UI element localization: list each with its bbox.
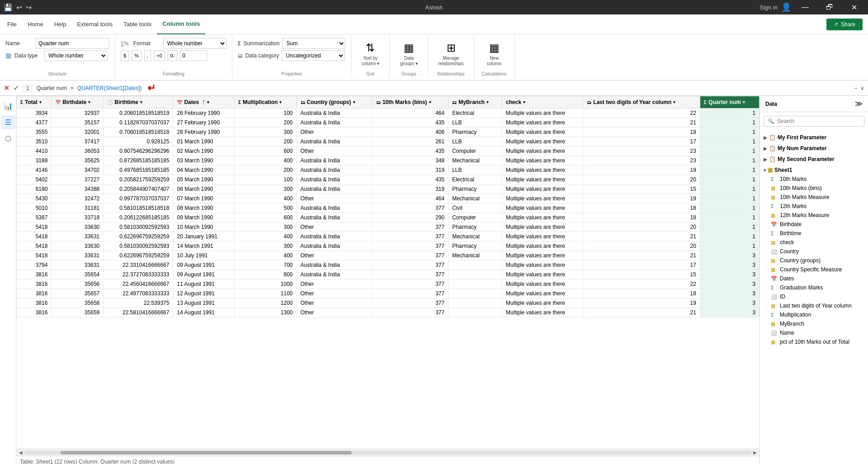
- scroll-right-arrow[interactable]: ▶: [751, 450, 759, 455]
- menu-table-tools[interactable]: Table tools: [118, 14, 157, 34]
- manage-relationships-btn[interactable]: ⊞ Managerelationships: [434, 38, 468, 70]
- field-item[interactable]: ⬜Name: [760, 328, 868, 337]
- table-cell: 0.581030092592593: [104, 223, 173, 232]
- table-view-icon[interactable]: ☰: [1, 115, 15, 129]
- decimal-up-btn[interactable]: +0: [154, 50, 165, 61]
- lastdigits-dropdown[interactable]: ▾: [673, 100, 675, 104]
- minimize-btn[interactable]: —: [795, 0, 816, 14]
- name-input[interactable]: [35, 38, 109, 49]
- formula-collapse-btn[interactable]: − ∨: [854, 85, 864, 91]
- mybranch-dropdown[interactable]: ▾: [486, 100, 489, 104]
- field-item[interactable]: ▦pct of 10th Marks out of Total: [760, 337, 868, 346]
- col-country-groups[interactable]: 🗂 Country (groups) ▾: [297, 96, 372, 109]
- col-10th-bins[interactable]: 🗂 10th Marks (bins) ▾: [372, 96, 448, 109]
- menu-file[interactable]: File: [2, 14, 22, 34]
- new-column-btn[interactable]: ▦ Newcolumn: [481, 38, 508, 70]
- data-groups-btn[interactable]: ▦ Datagroups ▾: [395, 38, 422, 70]
- field-group-header[interactable]: ▾▦Sheet1: [760, 166, 868, 175]
- sort-by-column-btn[interactable]: ⇅ Sort bycolumn ▾: [357, 38, 384, 70]
- table-cell: Mechanical: [448, 251, 502, 260]
- datacategory-select[interactable]: Uncategorized: [282, 50, 345, 61]
- save-icon[interactable]: 💾: [4, 3, 13, 12]
- table-cell: 319: [372, 185, 448, 194]
- col-birthtime[interactable]: 🕐 Birthtime ▾: [104, 96, 173, 109]
- menu-home[interactable]: Home: [22, 14, 49, 34]
- table-cell: Australia & India: [297, 204, 372, 213]
- field-item[interactable]: ⬜ID: [760, 292, 868, 301]
- col-lastdigits[interactable]: 🗂 Last two digits of Year column ▾: [583, 96, 700, 109]
- field-item[interactable]: ΣMultiplication: [760, 310, 868, 319]
- country-groups-dropdown[interactable]: ▾: [353, 100, 355, 104]
- menu-external-tools[interactable]: External tools: [71, 14, 118, 34]
- birthtime-dropdown[interactable]: ▾: [140, 100, 142, 104]
- col-multiplication[interactable]: Σ Multiplication ▾: [235, 96, 297, 109]
- summarization-select[interactable]: Sum: [282, 38, 345, 49]
- col-check[interactable]: check ▾: [502, 96, 583, 109]
- formula-expression[interactable]: QUARTER(Sheet1[Dates]): [77, 85, 142, 91]
- col-total[interactable]: Σ Total ▾: [17, 96, 52, 109]
- field-item[interactable]: ▦10th Marks Measure: [760, 193, 868, 202]
- field-item[interactable]: Σ12th Marks: [760, 202, 868, 211]
- percent-btn[interactable]: %: [132, 50, 142, 61]
- field-group-expand-icon: ▶: [764, 146, 767, 151]
- col-dates[interactable]: 📅 Dates ↑ ▾: [173, 96, 235, 109]
- model-view-icon[interactable]: ⬡: [1, 131, 15, 146]
- field-item[interactable]: ▦12th Marks Measure: [760, 211, 868, 220]
- table-cell: 1: [700, 118, 759, 128]
- 10th-bins-dropdown[interactable]: ▾: [429, 100, 431, 104]
- col-mybranch[interactable]: 🗂 MyBranch ▾: [448, 96, 502, 109]
- field-item[interactable]: ▦check: [760, 238, 868, 247]
- scroll-left-arrow[interactable]: ◀: [17, 450, 24, 455]
- comma-btn[interactable]: ,: [144, 50, 151, 61]
- field-item[interactable]: ΣBirthtime: [760, 229, 868, 238]
- field-group-header[interactable]: ▶📋My Second Parameter: [760, 155, 868, 164]
- field-item[interactable]: 📅Dates: [760, 274, 868, 283]
- decimal-down-btn[interactable]: 0-: [168, 50, 178, 61]
- formula-cancel-btn[interactable]: ✕: [4, 84, 9, 92]
- field-item[interactable]: 📅Birthdate: [760, 220, 868, 229]
- field-item[interactable]: ▦Country (groups): [760, 256, 868, 265]
- search-input[interactable]: [777, 118, 860, 124]
- mybranch-icon: 🗂: [452, 100, 457, 105]
- formula-confirm-btn[interactable]: ✓: [13, 84, 19, 92]
- formula-col-name: Quarter num: [37, 85, 67, 91]
- menu-column-tools[interactable]: Column tools: [157, 14, 205, 34]
- scroll-track[interactable]: [24, 451, 751, 455]
- datatype-select[interactable]: Whole number: [44, 50, 108, 61]
- maximize-btn[interactable]: 🗗: [819, 0, 840, 14]
- redo-icon[interactable]: ↪: [26, 3, 32, 12]
- horizontal-scrollbar[interactable]: ◀ ▶: [16, 449, 760, 456]
- field-group-header[interactable]: ▶📋My Num Parameter: [760, 144, 868, 153]
- decimal-input[interactable]: [180, 50, 207, 61]
- field-item[interactable]: Σ10th Marks: [760, 175, 868, 184]
- total-dropdown[interactable]: ▾: [39, 100, 42, 104]
- scroll-thumb[interactable]: [61, 451, 351, 455]
- col-quarternum[interactable]: Σ Quarter num ▾: [700, 96, 759, 109]
- signin-label[interactable]: Sign in: [760, 4, 778, 11]
- table-cell: 22.539375: [104, 298, 173, 308]
- field-item[interactable]: ΣGraduation Marks: [760, 283, 868, 292]
- table-cell: 3555: [17, 128, 52, 137]
- field-item[interactable]: ⬜Country: [760, 247, 868, 256]
- currency-btn[interactable]: $: [121, 50, 129, 61]
- field-group-header[interactable]: ▶📋My First Parameter: [760, 133, 868, 142]
- table-wrapper[interactable]: Σ Total ▾ 📅 Birthdate ▾: [16, 96, 760, 449]
- col-birthdate[interactable]: 📅 Birthdate ▾: [52, 96, 104, 109]
- field-item[interactable]: ▦MyBranch: [760, 319, 868, 328]
- undo-icon[interactable]: ↩: [16, 3, 22, 12]
- quarternum-dropdown[interactable]: ▾: [743, 100, 745, 104]
- menu-help[interactable]: Help: [49, 14, 72, 34]
- user-avatar[interactable]: 👤: [781, 2, 791, 12]
- dates-dropdown[interactable]: ▾: [207, 100, 209, 104]
- field-item[interactable]: ▦Country Specific Measure: [760, 265, 868, 274]
- right-panel-close-btn[interactable]: ≫: [855, 99, 863, 108]
- close-btn[interactable]: ✕: [844, 0, 864, 14]
- field-item[interactable]: ▦10th Marks (bins): [760, 184, 868, 193]
- report-view-icon[interactable]: 📊: [1, 99, 15, 113]
- multiplication-dropdown[interactable]: ▾: [279, 100, 282, 104]
- share-button[interactable]: ↗ Share: [826, 19, 863, 30]
- check-dropdown[interactable]: ▾: [523, 100, 525, 104]
- format-select[interactable]: Whole number: [163, 38, 226, 49]
- birthdate-dropdown[interactable]: ▾: [88, 100, 90, 104]
- field-item[interactable]: ▦Last two digits of Year column: [760, 301, 868, 310]
